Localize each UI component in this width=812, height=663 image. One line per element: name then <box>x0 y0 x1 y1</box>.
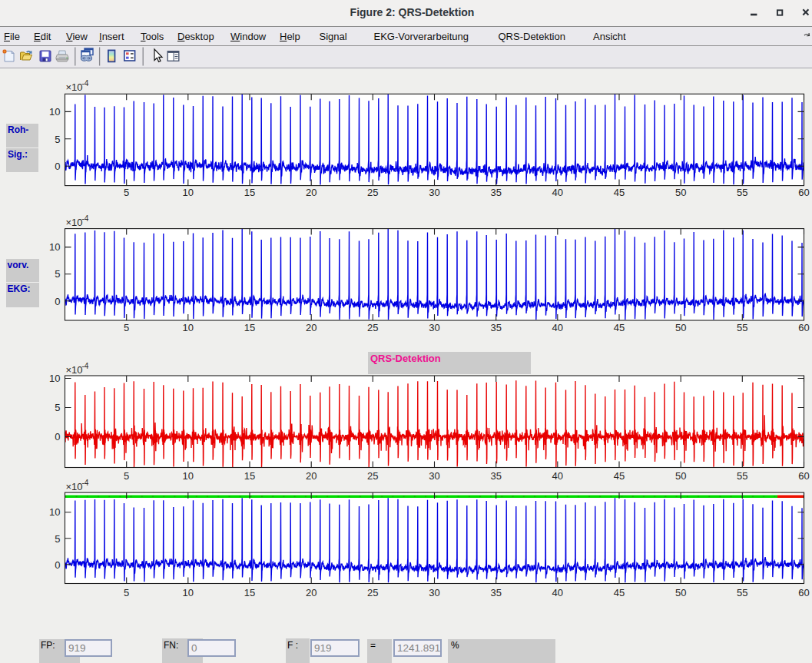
svg-text:5: 5 <box>124 322 129 333</box>
svg-text:40: 40 <box>552 587 563 598</box>
svg-text:5: 5 <box>124 470 129 482</box>
svg-text:10: 10 <box>183 322 194 333</box>
svg-text:5: 5 <box>55 533 60 545</box>
svg-text:5: 5 <box>124 587 129 598</box>
svg-text:10: 10 <box>183 587 194 598</box>
svg-text:55: 55 <box>737 187 747 198</box>
svg-text:×10: ×10 <box>66 481 83 492</box>
svg-text:55: 55 <box>737 470 747 482</box>
svg-text:30: 30 <box>429 470 439 482</box>
svg-text:10: 10 <box>49 106 60 118</box>
svg-text:×10: ×10 <box>66 217 83 228</box>
svg-text:15: 15 <box>244 322 255 333</box>
svg-text:40: 40 <box>552 470 563 482</box>
svg-text:50: 50 <box>675 187 686 198</box>
svg-text:60: 60 <box>798 322 809 333</box>
svg-text:0: 0 <box>55 161 60 172</box>
svg-text:45: 45 <box>614 587 625 598</box>
svg-text:10: 10 <box>183 470 194 482</box>
svg-text:×10: ×10 <box>66 364 83 376</box>
svg-text:50: 50 <box>675 322 686 333</box>
svg-text:0: 0 <box>55 431 60 443</box>
svg-text:45: 45 <box>614 187 625 198</box>
svg-text:25: 25 <box>367 587 378 598</box>
svg-text:20: 20 <box>306 187 317 198</box>
svg-text:×10: ×10 <box>66 81 83 93</box>
svg-text:0: 0 <box>55 559 60 571</box>
svg-text:5: 5 <box>55 268 60 280</box>
svg-text:35: 35 <box>490 470 501 482</box>
svg-text:20: 20 <box>306 470 317 482</box>
svg-text:40: 40 <box>552 187 563 198</box>
svg-text:5: 5 <box>55 402 60 413</box>
svg-text:25: 25 <box>367 322 378 333</box>
svg-text:20: 20 <box>306 587 317 598</box>
svg-text:60: 60 <box>798 187 809 198</box>
svg-text:30: 30 <box>429 322 439 333</box>
svg-text:-4: -4 <box>82 214 89 223</box>
svg-text:10: 10 <box>49 506 60 518</box>
svg-text:-4: -4 <box>82 362 89 370</box>
svg-text:15: 15 <box>244 187 255 198</box>
svg-text:25: 25 <box>367 187 378 198</box>
svg-text:10: 10 <box>49 373 60 384</box>
svg-text:35: 35 <box>490 322 501 333</box>
svg-text:50: 50 <box>675 587 686 598</box>
svg-text:10: 10 <box>49 241 60 253</box>
svg-text:20: 20 <box>306 322 317 333</box>
svg-text:35: 35 <box>490 187 501 198</box>
svg-text:55: 55 <box>737 587 747 598</box>
svg-text:40: 40 <box>552 322 563 333</box>
svg-text:55: 55 <box>737 322 747 333</box>
svg-text:30: 30 <box>429 187 439 198</box>
svg-text:15: 15 <box>244 587 255 598</box>
svg-text:-4: -4 <box>82 79 89 88</box>
svg-text:5: 5 <box>124 187 129 198</box>
svg-text:45: 45 <box>614 470 625 482</box>
svg-text:0: 0 <box>55 296 60 307</box>
svg-text:45: 45 <box>614 322 625 333</box>
svg-text:30: 30 <box>429 587 439 598</box>
svg-text:35: 35 <box>490 587 501 598</box>
svg-text:50: 50 <box>675 470 686 482</box>
svg-text:10: 10 <box>183 187 194 198</box>
svg-text:60: 60 <box>798 587 809 598</box>
svg-text:5: 5 <box>55 134 60 145</box>
svg-text:60: 60 <box>798 470 809 482</box>
svg-text:-4: -4 <box>82 479 89 487</box>
svg-text:25: 25 <box>367 470 378 482</box>
svg-text:15: 15 <box>244 470 255 482</box>
